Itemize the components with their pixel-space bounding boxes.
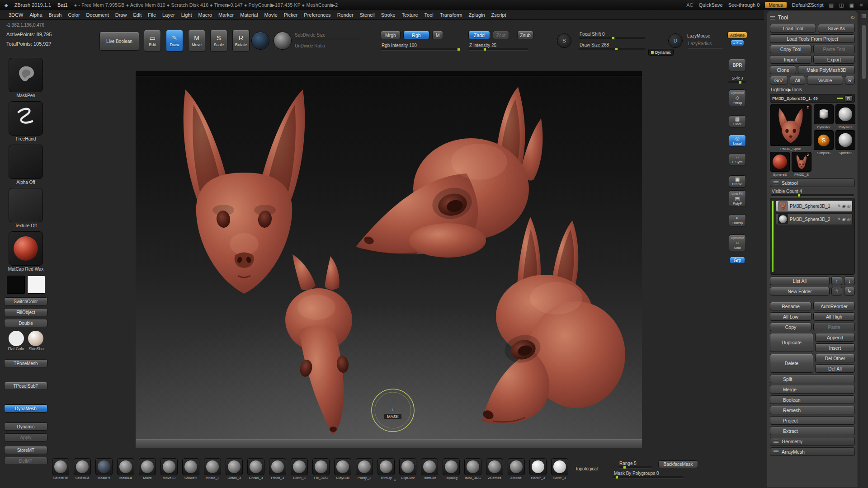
drag-grip-icon[interactable] (770, 16, 775, 19)
brush-button[interactable]: SnakeH (182, 458, 200, 480)
solo-button[interactable]: Dynamic ○ Solo (729, 235, 746, 251)
new-folder-button[interactable]: New Folder (770, 287, 830, 296)
tool-thumbnail-sphere[interactable] (835, 130, 855, 150)
menu-item[interactable]: Stroke (378, 11, 399, 19)
brush-button[interactable]: TrimDy (377, 458, 395, 480)
apply-button[interactable]: Apply (4, 433, 47, 441)
draw-size-slider[interactable]: Draw Size 268 (579, 42, 646, 50)
del-other-button[interactable]: Del Other (815, 354, 855, 362)
brush-button[interactable]: ZModel (507, 458, 525, 480)
brush-button[interactable]: Pinch_3 (269, 458, 287, 480)
m-button[interactable]: M (432, 31, 443, 39)
save-as-button[interactable]: Save As (818, 24, 855, 33)
make-polymesh3d-button[interactable]: Make PolyMesh3D (798, 66, 855, 74)
lsym-button[interactable]: ↔ L.Sym (729, 153, 746, 165)
menu-item[interactable]: Transform (437, 11, 466, 19)
menu-item[interactable]: File (145, 11, 159, 19)
menu-item[interactable]: Document (83, 11, 112, 19)
paint-icon[interactable]: ✎ (837, 204, 841, 208)
dynamic-draw-size-toggle[interactable]: Dynamic (648, 49, 674, 56)
tool-thumbnail-pm3d-small[interactable]: 2 (792, 152, 811, 172)
brush-button[interactable]: SelectLa (73, 458, 91, 480)
zadd-button[interactable]: Zadd (468, 31, 490, 39)
flat-color-material[interactable] (9, 331, 24, 346)
goz-button[interactable]: GoZ (770, 76, 788, 84)
range-slider[interactable]: Range 5 (618, 461, 652, 468)
panels-icon[interactable]: ◫ (839, 2, 844, 8)
brush-button[interactable]: Cloth_3 (290, 458, 308, 480)
menu-item[interactable]: Zscript (488, 11, 509, 19)
split-button[interactable]: Split (770, 375, 855, 383)
goz-r-button[interactable]: R (845, 76, 855, 84)
rgb-button[interactable]: Rgb (403, 31, 429, 39)
dynamic-button[interactable]: Dynamic (4, 422, 47, 431)
monitor-icon[interactable]: ▤ (829, 2, 834, 8)
list-all-button[interactable]: List All (770, 277, 830, 285)
brush-button[interactable]: ClayBuil (334, 458, 352, 480)
load-tool-button[interactable]: Load Tool (770, 24, 816, 33)
see-through-slider[interactable]: See-through 0 (728, 2, 760, 8)
visibility-eye-icon[interactable]: ◉ (842, 217, 845, 221)
subtool-scroll-indicator[interactable] (772, 201, 774, 272)
transparency-button[interactable]: ◐ Transp (729, 214, 746, 226)
refresh-icon[interactable]: ↻ (850, 14, 855, 21)
lazyradius-slider[interactable]: LazyRadius (687, 41, 723, 48)
subtool-list[interactable]: PM3D_Sphere3D_1 ✎ ◉ ◎ PM3D_Sphere3D_2 ✎ … (770, 198, 855, 275)
menu-item[interactable]: Render (334, 11, 357, 19)
mrgb-button[interactable]: Mrgb (381, 31, 401, 39)
brush-button[interactable]: SoftP_3 (551, 458, 569, 480)
frame-button[interactable]: ▣ Frame (729, 175, 746, 188)
texture-off-button[interactable] (9, 188, 43, 222)
subtool-down-button[interactable]: ↓ (844, 277, 855, 285)
current-tool-field[interactable]: PM3D_Sphere3D_1. 49 R (770, 94, 855, 103)
subtool-item-selected[interactable]: PM3D_Sphere3D_1 ✎ ◉ ◎ (776, 200, 853, 212)
move-button[interactable]: M Move (188, 30, 205, 52)
spotlight-icon[interactable]: S (557, 33, 571, 48)
move-into-folder-button[interactable]: ↳ (844, 287, 855, 296)
spix-slider[interactable]: SPix 3 (728, 76, 746, 83)
close-icon[interactable]: ✕ (859, 2, 863, 8)
brush-preview-icon[interactable] (251, 32, 269, 50)
brush-button[interactable]: HardP_3 (529, 458, 547, 480)
menu-item[interactable]: Layer (159, 11, 178, 19)
brush-button[interactable]: Inflate_3 (203, 458, 222, 480)
extract-button[interactable]: Extract (770, 427, 855, 435)
fillobject-button[interactable]: FillObject (4, 308, 47, 316)
subtool-item[interactable]: PM3D_Sphere3D_2 ✎ ◉ ◎ (776, 213, 853, 225)
brush-button[interactable]: TrimCur (420, 458, 439, 480)
project-button[interactable]: Project (770, 416, 855, 425)
brush-button[interactable]: Fill_3DC (312, 458, 330, 480)
import-button[interactable]: Import (770, 55, 811, 64)
collapse-divider-button[interactable]: →X← (731, 40, 744, 46)
insert-button[interactable]: Insert (815, 343, 855, 352)
paste-subtool-button[interactable]: Paste (813, 323, 855, 331)
default-zscript-button[interactable]: DefaultZScript (792, 2, 824, 8)
switchcolor-button[interactable]: SwitchColor (4, 297, 47, 305)
tpose-subt-button[interactable]: TPose|SubT (4, 382, 47, 390)
local-symmetry-button[interactable]: ◎ Local (729, 135, 746, 147)
menu-item[interactable]: Color (65, 11, 83, 19)
tool-thumbnail-simplebrush[interactable] (814, 130, 834, 150)
dynamesh-button[interactable]: DynaMesh (4, 404, 47, 413)
double-button[interactable]: Double (4, 319, 47, 327)
clone-button[interactable]: Clone (770, 66, 796, 74)
boolean-button[interactable]: Boolean (770, 395, 855, 404)
brush-button[interactable]: Detail_3 (225, 458, 243, 480)
draw-button[interactable]: ✎ Draw (166, 30, 183, 52)
brush-button[interactable]: ZRemes (486, 458, 504, 480)
all-high-button[interactable]: All High (813, 312, 855, 321)
visibility-eye-icon[interactable]: ◉ (842, 204, 845, 208)
storemt-button[interactable]: StoreMT (4, 446, 47, 454)
export-button[interactable]: Export (813, 55, 855, 64)
copy-tool-button[interactable]: Copy Tool (770, 45, 811, 53)
brush-button[interactable]: Chisel_3 (247, 458, 265, 480)
menu-item[interactable]: Material (237, 11, 261, 19)
activate-button[interactable]: Activate (727, 32, 747, 38)
focal-shift-slider[interactable]: Focal Shift 0 (579, 32, 646, 39)
rename-button[interactable]: Rename (770, 302, 811, 310)
move-out-folder-button[interactable]: ↰ (831, 287, 842, 296)
duplicate-button[interactable]: Duplicate (770, 333, 813, 352)
bpr-render-button[interactable]: BPR (729, 59, 746, 71)
menus-button[interactable]: Menus (765, 2, 787, 8)
tool-thumbnail-polymesh[interactable] (835, 104, 855, 124)
